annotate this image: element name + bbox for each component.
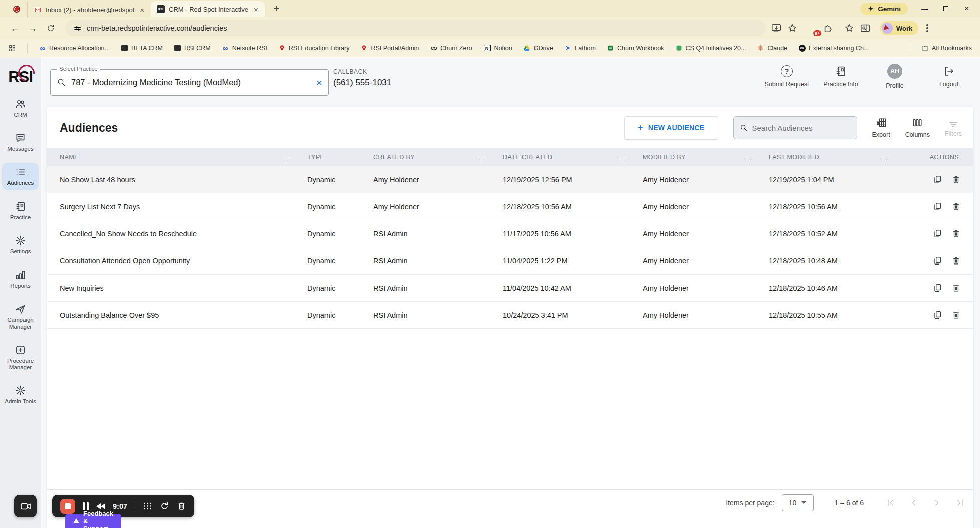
sidebar-item-settings[interactable]: Settings — [2, 231, 39, 258]
sidebar-item-practice[interactable]: Practice — [2, 197, 39, 224]
bookmark-churn-workbook[interactable]: Churn Workbook — [607, 44, 664, 52]
practice-info-button[interactable]: Practice Info — [817, 65, 865, 89]
search-audiences-box[interactable] — [733, 116, 857, 139]
sidebar-item-campaign-manager[interactable]: Campaign Manager — [2, 300, 39, 333]
filter-icon[interactable] — [618, 157, 626, 158]
discard-recording-icon[interactable] — [177, 501, 186, 511]
forward-button[interactable]: → — [26, 22, 39, 35]
new-tab-button[interactable]: + — [271, 3, 282, 14]
maximize-button[interactable] — [942, 6, 950, 11]
copy-icon[interactable] — [933, 283, 942, 293]
copy-icon[interactable] — [933, 310, 942, 320]
table-row[interactable]: New Inquiries Dynamic RSI Admin 11/04/20… — [47, 275, 973, 302]
delete-icon[interactable] — [951, 175, 961, 184]
bookmark-churn-zero[interactable]: COChurn Zero — [430, 44, 472, 52]
restart-recording-icon[interactable] — [160, 501, 169, 511]
table-row[interactable]: No Show Last 48 hours Dynamic Amy Holden… — [47, 166, 973, 193]
table-row[interactable]: Outstanding Balance Over $95 Dynamic RSI… — [47, 302, 973, 329]
side-panel-search-icon[interactable] — [860, 23, 871, 34]
export-button[interactable]: Export — [872, 117, 890, 138]
copy-icon[interactable] — [933, 175, 942, 184]
tab-crm[interactable]: RSI CRM - Red Spot Interactive × — [151, 1, 265, 17]
sidebar-item-procedure-manager[interactable]: Procedure Manager — [2, 341, 39, 374]
bookmark-star-icon[interactable] — [787, 23, 798, 34]
tab-close-icon[interactable]: × — [138, 6, 146, 14]
delete-icon[interactable] — [951, 202, 961, 211]
filter-icon[interactable] — [478, 157, 485, 158]
next-page-button[interactable] — [932, 498, 942, 508]
address-bar[interactable]: crm-beta.redspotinteractive.com/audienci… — [65, 20, 766, 36]
table-row[interactable]: Surgery List Next 7 Days Dynamic Amy Hol… — [47, 193, 973, 220]
submit-request-button[interactable]: ? Submit Request — [763, 65, 811, 89]
filter-icon[interactable] — [880, 157, 888, 158]
tab-gmail[interactable]: Inbox (2) - aholdener@redspot × — [27, 2, 151, 17]
bookmark-resource-allocation[interactable]: ∞Resource Allocation... — [39, 44, 110, 52]
bookmark-beta-crm[interactable]: BETA CRM — [121, 44, 163, 52]
table-row[interactable]: Consultation Attended Open Opportunity D… — [47, 247, 973, 275]
apps-grid-icon[interactable] — [8, 44, 16, 52]
filter-icon — [949, 122, 957, 124]
delete-icon[interactable] — [951, 310, 961, 320]
clear-icon[interactable]: × — [316, 77, 322, 89]
copy-icon[interactable] — [933, 229, 942, 238]
sidebar-item-crm[interactable]: CRM — [2, 95, 39, 122]
camera-bubble-button[interactable] — [14, 495, 37, 517]
extension-icon[interactable]: 9+ — [807, 23, 818, 34]
browser-menu-icon[interactable] — [926, 27, 928, 29]
filter-icon[interactable] — [744, 157, 752, 158]
close-window-button[interactable]: × — [963, 4, 971, 14]
favorites-star-icon[interactable] — [844, 23, 855, 34]
items-per-page-select[interactable]: 10 — [782, 494, 814, 511]
bookmark-rsi-portal[interactable]: RSI Portal/Admin — [360, 44, 419, 52]
profile-button[interactable]: AH Profile — [871, 65, 919, 89]
copy-icon[interactable] — [933, 202, 942, 211]
bookmark-claude[interactable]: Claude — [757, 44, 787, 52]
logout-button[interactable]: Logout — [925, 65, 973, 89]
all-bookmarks-button[interactable]: All Bookmarks — [921, 44, 972, 52]
reload-button[interactable] — [44, 22, 57, 35]
first-page-button[interactable] — [886, 498, 896, 508]
sidebar-item-admin-tools[interactable]: Admin Tools — [2, 381, 39, 408]
install-app-icon[interactable] — [771, 23, 782, 34]
rewind-icon[interactable] — [96, 503, 105, 509]
bookmark-cs-q4[interactable]: CS Q4 Initiatives 20... — [675, 44, 746, 52]
profile-chip[interactable]: Work — [880, 21, 918, 35]
sidebar-item-reports[interactable]: Reports — [2, 266, 39, 293]
delete-icon[interactable] — [951, 283, 961, 293]
bookmark-fathom[interactable]: Fathom — [564, 44, 596, 52]
bookmark-gdrive[interactable]: GDrive — [523, 44, 553, 52]
site-settings-icon[interactable] — [73, 24, 82, 33]
stop-recording-button[interactable] — [60, 499, 75, 514]
filters-button[interactable]: Filters — [945, 118, 962, 137]
sidebar-item-messages[interactable]: Messages — [2, 129, 39, 156]
copy-icon[interactable] — [933, 256, 942, 266]
bookmark-external-sharing[interactable]: coExternal sharing Ch... — [798, 44, 869, 52]
minimize-button[interactable]: — — [921, 5, 929, 13]
feedback-support-tab[interactable]: Feedback & Support — [65, 514, 121, 528]
bookmark-rsi-education[interactable]: RSI Education Library — [278, 44, 350, 52]
column-header-type: TYPE — [307, 154, 373, 161]
table-row[interactable]: Cancelled_No Show Needs to Reschedule Dy… — [47, 220, 973, 247]
previous-page-button[interactable] — [909, 498, 919, 508]
delete-icon[interactable] — [951, 229, 961, 238]
bookmark-rsi-crm[interactable]: RSI CRM — [174, 44, 211, 52]
tab-close-icon[interactable]: × — [252, 5, 260, 14]
pause-button[interactable] — [83, 502, 89, 510]
search-audiences-input[interactable] — [752, 124, 850, 132]
sidebar-item-audiences[interactable]: Audiences — [2, 163, 39, 190]
new-audience-button[interactable]: + NEW AUDIENCE — [624, 116, 718, 140]
back-button[interactable]: ← — [8, 22, 21, 35]
bookmark-netsuite[interactable]: ∞Netsuite RSI — [222, 44, 267, 52]
select-practice-input[interactable] — [71, 78, 311, 87]
delete-icon[interactable] — [951, 256, 961, 266]
gemini-button[interactable]: Gemini — [860, 3, 908, 15]
bookmarks-bar: ∞Resource Allocation... BETA CRM RSI CRM… — [0, 39, 980, 57]
select-practice-field[interactable]: Select Practice × — [50, 69, 329, 96]
filter-icon[interactable] — [283, 157, 290, 158]
blur-grid-icon[interactable] — [143, 501, 152, 511]
extensions-puzzle-icon[interactable] — [823, 23, 834, 34]
bookmark-notion[interactable]: NNotion — [483, 44, 512, 52]
last-page-button[interactable] — [955, 498, 965, 508]
fathom-icon — [564, 44, 572, 52]
columns-button[interactable]: Columns — [905, 117, 930, 138]
